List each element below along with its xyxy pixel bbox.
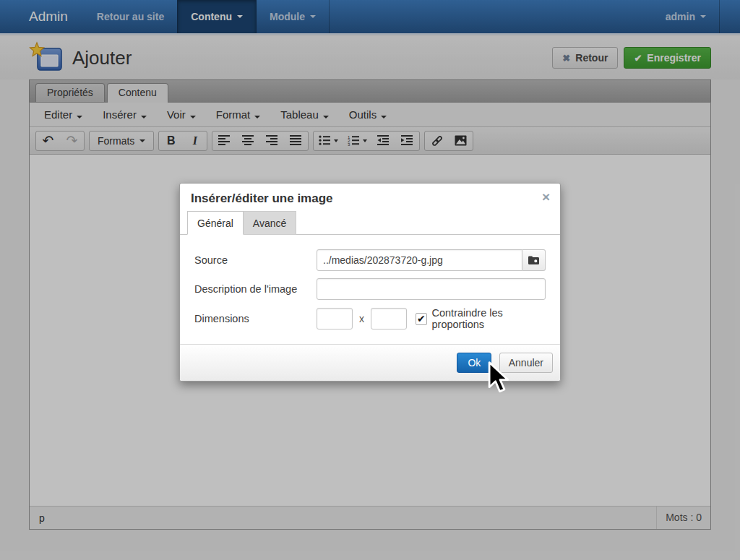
insert-image-dialog: Insérer/éditer une image × Général Avanc… xyxy=(179,183,561,382)
dialog-body: Source Description de l'image xyxy=(180,235,560,344)
width-input[interactable] xyxy=(317,308,353,329)
dimensions-separator: x xyxy=(359,313,364,324)
description-label: Description de l'image xyxy=(194,283,317,295)
source-row: Source xyxy=(194,249,546,271)
source-label: Source xyxy=(194,254,317,266)
admin-page: Admin Retour au site Contenu Module admi… xyxy=(0,0,740,560)
constrain-checkbox[interactable]: ✔ xyxy=(416,313,427,325)
close-icon[interactable]: × xyxy=(542,190,550,204)
constrain-label: Contraindre les proportions xyxy=(432,307,546,330)
description-input[interactable] xyxy=(317,278,546,300)
source-input[interactable] xyxy=(317,249,522,271)
description-row: Description de l'image xyxy=(194,278,546,300)
dialog-header[interactable]: Insérer/éditer une image × xyxy=(180,184,560,211)
dialog-tab-avance[interactable]: Avancé xyxy=(244,211,296,235)
dialog-tab-general[interactable]: Général xyxy=(187,211,244,235)
checkbox-check-icon: ✔ xyxy=(417,314,426,324)
browse-folder-icon xyxy=(528,254,540,266)
source-input-group xyxy=(317,249,546,271)
height-input[interactable] xyxy=(371,308,407,329)
dimensions-label: Dimensions xyxy=(194,313,317,324)
browse-button[interactable] xyxy=(522,249,546,271)
dialog-title: Insérer/éditer une image xyxy=(191,191,333,205)
cancel-button[interactable]: Annuler xyxy=(499,353,553,373)
ok-button[interactable]: Ok xyxy=(457,353,491,373)
dialog-tabs: Général Avancé xyxy=(180,211,560,235)
dimensions-row: Dimensions x ✔ Contraindre les proportio… xyxy=(194,307,546,330)
dialog-footer: Ok Annuler xyxy=(180,344,560,381)
